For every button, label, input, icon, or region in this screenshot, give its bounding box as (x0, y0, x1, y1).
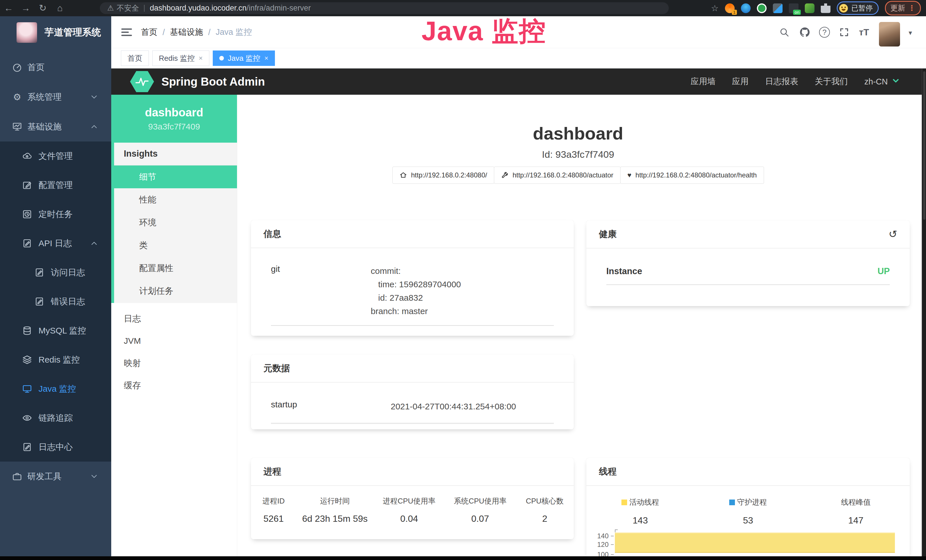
sba-nav-journal[interactable]: 日志报表 (765, 76, 798, 87)
extension-icon-orange[interactable]: 1 (725, 3, 735, 13)
url-path[interactable]: /infra/admin-server (247, 4, 311, 12)
bookmark-star-icon[interactable]: ☆ (711, 3, 719, 13)
briefcase-icon (11, 471, 23, 481)
info-panel-title: 信息 (263, 228, 561, 240)
layers-stack-icon (21, 354, 33, 365)
clock-square-icon (21, 209, 33, 219)
security-label[interactable]: 不安全 (117, 3, 139, 13)
update-label: 更新 (890, 3, 905, 13)
browser-forward-icon[interactable]: → (17, 0, 34, 16)
metadata-startup-row: startup 2021-04-27T00:44:31.254+08:00 (271, 400, 554, 424)
extension-icon-pin[interactable] (741, 3, 750, 13)
menu-item-jvm[interactable]: JVM (111, 330, 237, 352)
extension-icon-leaf[interactable] (805, 3, 814, 13)
tab-java-monitor[interactable]: Java 监控× (213, 50, 275, 66)
process-col-proc-cpu: 进程CPU使用率 (374, 496, 445, 506)
process-table: 进程ID 运行时间 进程CPU使用率 系统CPU使用率 CPU核心数 5261 … (251, 496, 574, 524)
menu-item-metrics[interactable]: 性能 (114, 188, 237, 211)
fullscreen-icon[interactable] (839, 16, 849, 48)
sidebar-item-dev-tools[interactable]: 研发工具 (0, 462, 111, 491)
browser-menu-kebab-icon[interactable]: ⋮ (908, 4, 915, 12)
metadata-startup-value: 2021-04-27T00:44:31.254+08:00 (391, 400, 554, 413)
health-url-chip[interactable]: ♥ http://192.168.0.2:48080/actuator/heal… (620, 166, 764, 184)
metadata-row-label: startup (271, 400, 391, 409)
address-bar[interactable]: ⚠ 不安全 dashboard.yudao.iocoder.cn /infra/… (100, 2, 669, 14)
chevron-down-icon (89, 472, 99, 481)
page-scrollbar[interactable] (922, 68, 926, 556)
menu-item-logs[interactable]: 日志 (111, 307, 237, 330)
sba-nav-language[interactable]: zh-CN (864, 76, 900, 87)
browser-back-icon[interactable]: ← (0, 0, 17, 16)
edit-square-icon (21, 180, 33, 190)
sidebar-item-mysql[interactable]: MySQL 监控 (0, 316, 111, 345)
help-icon[interactable]: ? (819, 16, 830, 48)
sidebar-item-config[interactable]: 配置管理 (0, 171, 111, 200)
sba-logo[interactable] (130, 71, 154, 92)
log-edit-icon (21, 238, 33, 248)
menu-item-environment[interactable]: 环境 (114, 211, 237, 234)
user-avatar[interactable] (879, 22, 900, 47)
history-icon[interactable]: ↺ (889, 228, 897, 240)
app-title: 芋道管理系统 (44, 26, 101, 39)
sba-nav-about[interactable]: 关于我们 (815, 76, 848, 87)
info-row-label: git (271, 264, 371, 274)
menu-item-mappings[interactable]: 映射 (111, 352, 237, 374)
sidebar-item-access-log[interactable]: 访问日志 (0, 258, 111, 287)
menu-item-classes[interactable]: 类 (114, 234, 237, 257)
extension-on-badge: on (793, 10, 801, 15)
heartbeat-icon: ♥ (627, 171, 631, 179)
threads-values: 143 53 147 (586, 515, 910, 526)
sidebar-item-error-log[interactable]: 错误日志 (0, 287, 111, 316)
scrollbar-thumb[interactable] (923, 71, 925, 219)
chevron-up-icon (89, 239, 99, 248)
sidebar-item-files[interactable]: 文件管理 (0, 141, 111, 171)
sidebar-collapse-icon[interactable] (120, 26, 133, 38)
tab-redis-monitor[interactable]: Redis 监控× (152, 50, 209, 66)
close-icon[interactable]: × (199, 54, 203, 62)
process-val-uptime: 6d 23h 15m 59s (296, 513, 374, 524)
sba-nav-applications[interactable]: 应用 (732, 76, 749, 87)
font-size-icon[interactable]: ᴛT (859, 16, 869, 48)
extension-icon-green-circle[interactable] (757, 3, 767, 13)
screenshot-root: ← → ↻ ⌂ ⚠ 不安全 dashboard.yudao.iocoder.cn… (0, 0, 926, 560)
ytick-140: 140 (586, 532, 608, 540)
sidebar-item-log-center[interactable]: 日志中心 (0, 433, 111, 462)
sidebar-item-infra[interactable]: 基础设施 (0, 112, 111, 141)
browser-reload-icon[interactable]: ↻ (34, 0, 51, 16)
close-icon[interactable]: × (264, 54, 268, 62)
extension-icon-grid[interactable] (773, 3, 782, 13)
sba-brand[interactable]: Spring Boot Admin (162, 75, 265, 88)
extension-icon-switch[interactable]: on (789, 3, 799, 13)
menu-item-details[interactable]: 细节 (111, 165, 237, 188)
status-badge: UP (878, 266, 890, 277)
browser-profile-chip[interactable]: 已暂停 (837, 2, 879, 15)
health-instance-row[interactable]: Instance UP (606, 266, 890, 285)
menu-item-caches[interactable]: 缓存 (111, 374, 237, 397)
sidebar-item-tracing[interactable]: 链路追踪 (0, 403, 111, 433)
sidebar-item-redis[interactable]: Redis 监控 (0, 345, 111, 374)
sidebar-item-home[interactable]: 首页 (0, 53, 111, 82)
app-logo-row[interactable]: 芋道管理系统 (0, 16, 111, 48)
extensions-puzzle-icon[interactable] (821, 3, 831, 13)
sidebar-item-jobs[interactable]: 定时任务 (0, 200, 111, 229)
sidebar-item-java-monitor[interactable]: Java 监控 (0, 374, 111, 403)
menu-item-config-props[interactable]: 配置属性 (114, 257, 237, 280)
sidebar-item-system[interactable]: ⚙ 系统管理 (0, 82, 111, 112)
metadata-panel-title: 元数据 (263, 362, 561, 374)
chevron-up-icon (89, 122, 99, 131)
sba-nav-wallboard[interactable]: 应用墙 (691, 76, 716, 87)
service-url-chip[interactable]: http://192.168.0.2:48080/ (392, 166, 494, 184)
menu-item-scheduled-tasks[interactable]: 计划任务 (114, 280, 237, 303)
search-icon[interactable] (779, 16, 790, 48)
breadcrumb-infra[interactable]: 基础设施 (170, 27, 203, 38)
sidebar-item-api-log[interactable]: API 日志 (0, 229, 111, 258)
url-host[interactable]: dashboard.yudao.iocoder.cn (150, 4, 247, 12)
browser-update-button[interactable]: 更新 ⋮ (885, 1, 921, 15)
breadcrumb-home[interactable]: 首页 (141, 27, 157, 38)
github-icon[interactable] (799, 16, 811, 48)
browser-home-icon[interactable]: ⌂ (51, 0, 68, 16)
actuator-url-chip[interactable]: http://192.168.0.2:48080/actuator (494, 166, 620, 184)
tab-home[interactable]: 首页 (121, 50, 149, 66)
user-caret-down-icon[interactable]: ▾ (909, 29, 912, 37)
metadata-panel: 元数据 startup 2021-04-27T00:44:31.254+08:0… (251, 354, 574, 429)
